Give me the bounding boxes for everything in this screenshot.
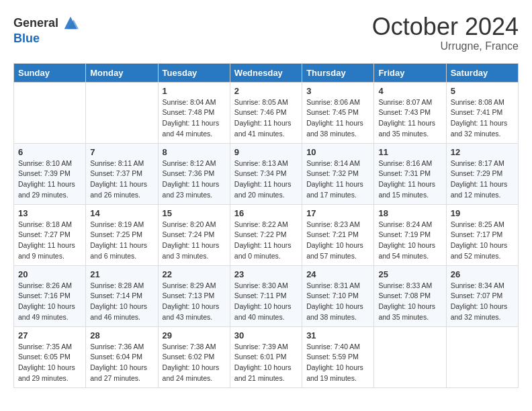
weekday-saturday: Saturday — [446, 63, 518, 82]
day-number: 14 — [90, 208, 153, 218]
calendar-cell: 22Sunrise: 8:29 AMSunset: 7:13 PMDayligh… — [158, 265, 230, 326]
day-number: 1 — [163, 86, 226, 96]
calendar-cell: 21Sunrise: 8:28 AMSunset: 7:14 PMDayligh… — [86, 265, 158, 326]
weekday-header-row: SundayMondayTuesdayWednesdayThursdayFrid… — [14, 63, 519, 82]
calendar-cell: 23Sunrise: 8:30 AMSunset: 7:11 PMDayligh… — [230, 265, 302, 326]
day-info: Sunrise: 8:26 AMSunset: 7:16 PMDaylight:… — [18, 281, 81, 323]
calendar-cell: 12Sunrise: 8:17 AMSunset: 7:29 PMDayligh… — [446, 143, 518, 204]
day-number: 3 — [306, 86, 369, 96]
week-row-1: 1Sunrise: 8:04 AMSunset: 7:48 PMDaylight… — [14, 82, 519, 143]
calendar-cell: 30Sunrise: 7:39 AMSunset: 6:01 PMDayligh… — [230, 326, 302, 387]
calendar-cell: 15Sunrise: 8:20 AMSunset: 7:24 PMDayligh… — [158, 204, 230, 265]
calendar-cell: 26Sunrise: 8:34 AMSunset: 7:07 PMDayligh… — [446, 265, 518, 326]
day-number: 2 — [234, 86, 298, 96]
day-info: Sunrise: 8:22 AMSunset: 7:22 PMDaylight:… — [234, 220, 298, 262]
day-number: 17 — [306, 208, 369, 218]
calendar-cell — [86, 82, 158, 143]
day-info: Sunrise: 8:28 AMSunset: 7:14 PMDaylight:… — [90, 281, 153, 323]
calendar-cell — [446, 326, 518, 387]
day-number: 30 — [234, 330, 298, 340]
calendar-cell — [14, 82, 86, 143]
day-info: Sunrise: 8:06 AMSunset: 7:45 PMDaylight:… — [306, 97, 369, 140]
day-number: 18 — [378, 208, 441, 218]
day-info: Sunrise: 8:05 AMSunset: 7:46 PMDaylight:… — [234, 97, 298, 140]
day-number: 21 — [90, 269, 153, 279]
calendar-cell: 13Sunrise: 8:18 AMSunset: 7:27 PMDayligh… — [14, 204, 86, 265]
location-title: Urrugne, France — [372, 40, 519, 52]
weekday-sunday: Sunday — [14, 63, 86, 82]
day-number: 19 — [451, 208, 514, 218]
day-number: 15 — [163, 208, 226, 218]
calendar-cell: 6Sunrise: 8:10 AMSunset: 7:39 PMDaylight… — [14, 143, 86, 204]
calendar-cell: 1Sunrise: 8:04 AMSunset: 7:48 PMDaylight… — [158, 82, 230, 143]
day-info: Sunrise: 8:29 AMSunset: 7:13 PMDaylight:… — [163, 281, 226, 323]
day-number: 31 — [306, 330, 369, 340]
day-number: 25 — [378, 269, 441, 279]
day-number: 5 — [451, 86, 514, 96]
day-info: Sunrise: 8:20 AMSunset: 7:24 PMDaylight:… — [163, 220, 226, 262]
day-info: Sunrise: 8:11 AMSunset: 7:37 PMDaylight:… — [90, 158, 153, 201]
calendar-cell — [374, 326, 446, 387]
weekday-thursday: Thursday — [302, 63, 374, 82]
day-number: 26 — [451, 269, 514, 279]
logo: General Blue — [13, 13, 80, 45]
day-info: Sunrise: 7:39 AMSunset: 6:01 PMDaylight:… — [234, 342, 298, 384]
day-number: 4 — [378, 86, 441, 96]
logo-general: General — [13, 17, 58, 29]
day-info: Sunrise: 8:33 AMSunset: 7:08 PMDaylight:… — [378, 281, 441, 323]
calendar-cell: 20Sunrise: 8:26 AMSunset: 7:16 PMDayligh… — [14, 265, 86, 326]
logo-text-block: General Blue — [13, 13, 80, 45]
month-title: October 2024 — [372, 13, 519, 40]
calendar-cell: 9Sunrise: 8:13 AMSunset: 7:34 PMDaylight… — [230, 143, 302, 204]
day-number: 9 — [234, 147, 298, 157]
calendar-cell: 7Sunrise: 8:11 AMSunset: 7:37 PMDaylight… — [86, 143, 158, 204]
week-row-2: 6Sunrise: 8:10 AMSunset: 7:39 PMDaylight… — [14, 143, 519, 204]
calendar-cell: 31Sunrise: 7:40 AMSunset: 5:59 PMDayligh… — [302, 326, 374, 387]
day-info: Sunrise: 8:07 AMSunset: 7:43 PMDaylight:… — [378, 97, 441, 140]
weekday-wednesday: Wednesday — [230, 63, 302, 82]
day-info: Sunrise: 8:10 AMSunset: 7:39 PMDaylight:… — [18, 158, 81, 201]
day-number: 10 — [306, 147, 369, 157]
title-block: October 2024 Urrugne, France — [372, 13, 519, 52]
day-info: Sunrise: 8:04 AMSunset: 7:48 PMDaylight:… — [163, 97, 226, 140]
day-info: Sunrise: 8:19 AMSunset: 7:25 PMDaylight:… — [90, 220, 153, 262]
day-number: 23 — [234, 269, 298, 279]
day-info: Sunrise: 8:31 AMSunset: 7:10 PMDaylight:… — [306, 281, 369, 323]
day-number: 13 — [18, 208, 81, 218]
day-number: 22 — [163, 269, 226, 279]
day-number: 27 — [18, 330, 81, 340]
day-info: Sunrise: 8:25 AMSunset: 7:17 PMDaylight:… — [451, 220, 514, 262]
logo-blue: Blue — [13, 32, 40, 45]
week-row-4: 20Sunrise: 8:26 AMSunset: 7:16 PMDayligh… — [14, 265, 519, 326]
day-info: Sunrise: 7:35 AMSunset: 6:05 PMDaylight:… — [18, 342, 81, 384]
day-info: Sunrise: 8:13 AMSunset: 7:34 PMDaylight:… — [234, 158, 298, 201]
calendar-cell: 24Sunrise: 8:31 AMSunset: 7:10 PMDayligh… — [302, 265, 374, 326]
calendar-cell: 16Sunrise: 8:22 AMSunset: 7:22 PMDayligh… — [230, 204, 302, 265]
logo-icon — [61, 13, 80, 32]
day-info: Sunrise: 7:38 AMSunset: 6:02 PMDaylight:… — [163, 342, 226, 384]
day-info: Sunrise: 8:24 AMSunset: 7:19 PMDaylight:… — [378, 220, 441, 262]
day-info: Sunrise: 8:30 AMSunset: 7:11 PMDaylight:… — [234, 281, 298, 323]
day-number: 20 — [18, 269, 81, 279]
day-info: Sunrise: 8:16 AMSunset: 7:31 PMDaylight:… — [378, 158, 441, 201]
day-number: 29 — [163, 330, 226, 340]
day-number: 7 — [90, 147, 153, 157]
calendar-cell: 3Sunrise: 8:06 AMSunset: 7:45 PMDaylight… — [302, 82, 374, 143]
calendar-cell: 28Sunrise: 7:36 AMSunset: 6:04 PMDayligh… — [86, 326, 158, 387]
day-number: 24 — [306, 269, 369, 279]
day-info: Sunrise: 7:40 AMSunset: 5:59 PMDaylight:… — [306, 342, 369, 384]
day-info: Sunrise: 7:36 AMSunset: 6:04 PMDaylight:… — [90, 342, 153, 384]
day-info: Sunrise: 8:34 AMSunset: 7:07 PMDaylight:… — [451, 281, 514, 323]
calendar-cell: 17Sunrise: 8:23 AMSunset: 7:21 PMDayligh… — [302, 204, 374, 265]
day-info: Sunrise: 8:12 AMSunset: 7:36 PMDaylight:… — [163, 158, 226, 201]
page-header: General Blue October 2024 Urrugne, Franc… — [13, 13, 519, 52]
week-row-5: 27Sunrise: 7:35 AMSunset: 6:05 PMDayligh… — [14, 326, 519, 387]
weekday-friday: Friday — [374, 63, 446, 82]
day-info: Sunrise: 8:17 AMSunset: 7:29 PMDaylight:… — [451, 158, 514, 201]
calendar-cell: 27Sunrise: 7:35 AMSunset: 6:05 PMDayligh… — [14, 326, 86, 387]
day-info: Sunrise: 8:14 AMSunset: 7:32 PMDaylight:… — [306, 158, 369, 201]
calendar-cell: 10Sunrise: 8:14 AMSunset: 7:32 PMDayligh… — [302, 143, 374, 204]
day-number: 28 — [90, 330, 153, 340]
calendar-cell: 4Sunrise: 8:07 AMSunset: 7:43 PMDaylight… — [374, 82, 446, 143]
day-number: 8 — [163, 147, 226, 157]
